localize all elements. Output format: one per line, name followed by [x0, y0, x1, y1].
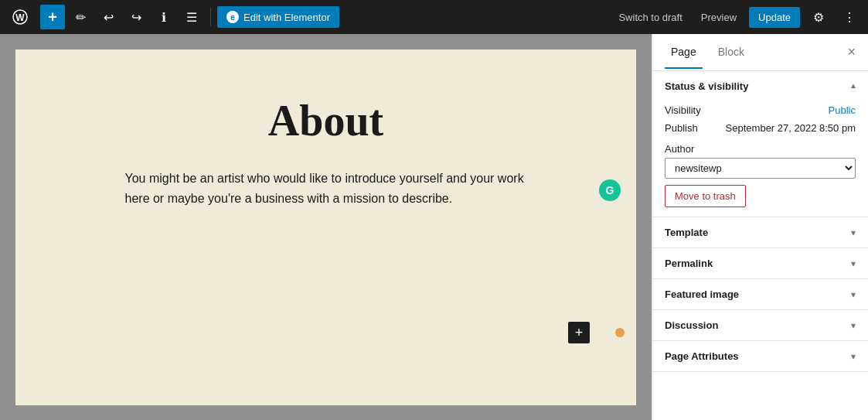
more-options-button[interactable]: ⋮ — [837, 5, 862, 29]
switch-to-draft-button[interactable]: Switch to draft — [612, 7, 688, 28]
section-featured-image-header[interactable]: Featured image ▾ — [652, 279, 868, 309]
edit-with-elementor-button[interactable]: e Edit with Elementor — [217, 6, 339, 28]
chevron-up-icon: ▾ — [851, 81, 856, 92]
section-permalink-title: Permalink — [665, 258, 713, 269]
undo-icon: ↩ — [104, 10, 114, 25]
section-discussion-header[interactable]: Discussion ▾ — [652, 310, 868, 340]
pencil-icon: ✏ — [76, 10, 86, 25]
page-body-text[interactable]: You might be an artist who would like to… — [125, 169, 527, 208]
section-template-header[interactable]: Template ▾ — [652, 217, 868, 248]
tab-page-label: Page — [671, 46, 696, 58]
more-icon: ⋮ — [843, 10, 856, 25]
section-status-visibility: Status & visibility ▾ Visibility Public … — [652, 71, 868, 217]
chevron-down-icon-3: ▾ — [851, 289, 856, 300]
sidebar-content: Status & visibility ▾ Visibility Public … — [652, 71, 868, 420]
elementor-btn-label: Edit with Elementor — [243, 12, 330, 23]
add-new-block-button[interactable]: + — [568, 322, 590, 343]
section-featured-image: Featured image ▾ — [652, 279, 868, 310]
add-block-icon: + — [575, 325, 584, 341]
section-page-attributes: Page Attributes ▾ — [652, 341, 868, 372]
status-visibility-content: Visibility Public Publish September 27, … — [652, 101, 868, 217]
redo-button[interactable]: ↪ — [124, 5, 148, 29]
publish-value[interactable]: September 27, 2022 8:50 pm — [726, 122, 856, 134]
settings-button[interactable]: ⚙ — [806, 5, 831, 29]
sidebar-panel: Page Block × Status & visibility ▾ Visib… — [652, 34, 868, 420]
sidebar-close-button[interactable]: × — [847, 44, 856, 60]
visibility-label: Visibility — [665, 104, 701, 116]
chevron-down-icon: ▾ — [851, 227, 856, 238]
page-title: About — [46, 96, 605, 145]
visibility-value[interactable]: Public — [829, 104, 856, 116]
add-block-button[interactable]: + — [40, 5, 65, 29]
section-page-attributes-header[interactable]: Page Attributes ▾ — [652, 341, 868, 371]
main-layout: About You might be an artist who would l… — [0, 34, 868, 420]
section-featured-image-title: Featured image — [665, 289, 739, 300]
info-button[interactable]: ℹ — [151, 5, 176, 29]
publish-label: Publish — [665, 122, 698, 134]
tab-block[interactable]: Block — [712, 36, 751, 69]
section-template-title: Template — [665, 227, 708, 238]
chevron-down-icon-2: ▾ — [851, 258, 856, 269]
section-status-visibility-title: Status & visibility — [665, 80, 748, 92]
section-permalink-header[interactable]: Permalink ▾ — [652, 248, 868, 278]
section-template: Template ▾ — [652, 217, 868, 248]
main-toolbar: W + ✏ ↩ ↪ ℹ ☰ e Edit with Elementor Swit… — [0, 0, 868, 34]
grammarly-icon: G — [606, 184, 614, 196]
section-discussion: Discussion ▾ — [652, 310, 868, 341]
plus-icon: + — [48, 9, 57, 26]
section-discussion-title: Discussion — [665, 319, 718, 331]
edit-button[interactable]: ✏ — [68, 5, 93, 29]
author-select[interactable]: newsitewp — [665, 158, 856, 179]
update-button[interactable]: Update — [749, 7, 800, 28]
move-to-trash-button[interactable]: Move to trash — [665, 185, 746, 207]
toolbar-right-actions: Switch to draft Preview Update ⚙ ⋮ — [612, 5, 862, 29]
section-permalink: Permalink ▾ — [652, 248, 868, 279]
grammarly-button[interactable]: G — [599, 179, 621, 201]
page-canvas: About You might be an artist who would l… — [15, 50, 636, 405]
tab-block-label: Block — [718, 46, 744, 58]
info-icon: ℹ — [162, 10, 166, 25]
canvas-area: About You might be an artist who would l… — [0, 34, 652, 420]
list-view-button[interactable]: ☰ — [179, 5, 204, 29]
chevron-down-icon-4: ▾ — [851, 320, 856, 331]
publish-row: Publish September 27, 2022 8:50 pm — [665, 119, 856, 137]
section-page-attributes-title: Page Attributes — [665, 350, 739, 362]
list-icon: ☰ — [186, 10, 197, 25]
tab-page[interactable]: Page — [665, 36, 703, 69]
author-label: Author — [665, 143, 856, 155]
toolbar-divider — [210, 8, 211, 26]
gear-icon: ⚙ — [813, 10, 824, 25]
elementor-icon: e — [226, 11, 239, 23]
visibility-row: Visibility Public — [665, 101, 856, 119]
sidebar-header: Page Block × — [652, 34, 868, 71]
preview-button[interactable]: Preview — [695, 7, 743, 28]
chevron-down-icon-5: ▾ — [851, 351, 856, 362]
svg-text:W: W — [15, 12, 25, 23]
wp-logo[interactable]: W — [6, 3, 34, 31]
section-status-visibility-header[interactable]: Status & visibility ▾ — [652, 71, 868, 101]
undo-button[interactable]: ↩ — [96, 5, 121, 29]
orange-dot-indicator — [615, 328, 625, 337]
redo-icon: ↪ — [131, 10, 141, 25]
